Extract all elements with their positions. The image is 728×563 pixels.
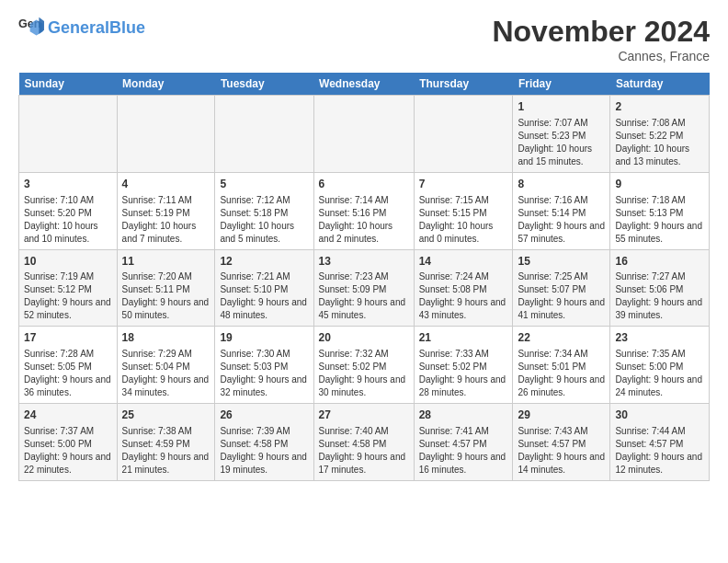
calendar-cell: 24Sunrise: 7:37 AM Sunset: 5:00 PM Dayli… xyxy=(19,404,118,481)
day-header-wednesday: Wednesday xyxy=(313,73,414,96)
calendar-cell: 25Sunrise: 7:38 AM Sunset: 4:59 PM Dayli… xyxy=(117,404,215,481)
day-info: Sunrise: 7:18 AM Sunset: 5:13 PM Dayligh… xyxy=(615,194,704,246)
calendar-cell: 20Sunrise: 7:32 AM Sunset: 5:02 PM Dayli… xyxy=(313,327,414,404)
day-info: Sunrise: 7:27 AM Sunset: 5:06 PM Dayligh… xyxy=(615,270,704,322)
calendar-cell: 26Sunrise: 7:39 AM Sunset: 4:58 PM Dayli… xyxy=(215,404,313,481)
calendar-week-4: 17Sunrise: 7:28 AM Sunset: 5:05 PM Dayli… xyxy=(19,327,710,404)
day-header-saturday: Saturday xyxy=(610,73,710,96)
day-number: 30 xyxy=(615,408,704,423)
day-info: Sunrise: 7:14 AM Sunset: 5:16 PM Dayligh… xyxy=(319,194,409,246)
day-info: Sunrise: 7:35 AM Sunset: 5:00 PM Dayligh… xyxy=(615,348,704,399)
day-info: Sunrise: 7:43 AM Sunset: 4:57 PM Dayligh… xyxy=(518,425,605,477)
calendar-cell xyxy=(313,96,414,173)
day-number: 20 xyxy=(319,330,409,346)
day-number: 16 xyxy=(615,254,704,270)
logo: Gen GeneralBlue xyxy=(18,15,145,40)
day-info: Sunrise: 7:07 AM Sunset: 5:23 PM Dayligh… xyxy=(518,117,605,168)
calendar-cell: 15Sunrise: 7:25 AM Sunset: 5:07 PM Dayli… xyxy=(513,249,610,327)
calendar-cell: 19Sunrise: 7:30 AM Sunset: 5:03 PM Dayli… xyxy=(215,327,313,404)
calendar-week-1: 1Sunrise: 7:07 AM Sunset: 5:23 PM Daylig… xyxy=(19,96,710,173)
day-info: Sunrise: 7:12 AM Sunset: 5:18 PM Dayligh… xyxy=(220,194,308,246)
calendar-header-row: SundayMondayTuesdayWednesdayThursdayFrid… xyxy=(19,73,710,96)
calendar-cell xyxy=(19,96,118,173)
calendar-cell: 30Sunrise: 7:44 AM Sunset: 4:57 PM Dayli… xyxy=(610,404,710,481)
logo-icon: Gen xyxy=(18,15,44,40)
day-number: 7 xyxy=(419,177,508,192)
day-number: 21 xyxy=(419,330,508,346)
day-info: Sunrise: 7:24 AM Sunset: 5:08 PM Dayligh… xyxy=(419,270,508,322)
calendar-cell xyxy=(117,96,215,173)
day-header-thursday: Thursday xyxy=(414,73,513,96)
calendar-week-3: 10Sunrise: 7:19 AM Sunset: 5:12 PM Dayli… xyxy=(19,249,710,327)
calendar-cell: 17Sunrise: 7:28 AM Sunset: 5:05 PM Dayli… xyxy=(19,327,118,404)
day-info: Sunrise: 7:33 AM Sunset: 5:02 PM Dayligh… xyxy=(419,348,508,399)
calendar-cell: 6Sunrise: 7:14 AM Sunset: 5:16 PM Daylig… xyxy=(313,172,414,249)
calendar-cell xyxy=(215,96,313,173)
day-number: 17 xyxy=(24,330,112,346)
calendar-cell: 3Sunrise: 7:10 AM Sunset: 5:20 PM Daylig… xyxy=(19,172,118,249)
day-number: 8 xyxy=(518,177,605,192)
day-number: 11 xyxy=(122,254,210,270)
calendar-cell: 4Sunrise: 7:11 AM Sunset: 5:19 PM Daylig… xyxy=(117,172,215,249)
day-info: Sunrise: 7:32 AM Sunset: 5:02 PM Dayligh… xyxy=(319,348,409,399)
calendar-cell: 11Sunrise: 7:20 AM Sunset: 5:11 PM Dayli… xyxy=(117,249,215,327)
day-number: 2 xyxy=(615,99,704,115)
day-number: 28 xyxy=(419,408,508,423)
title-block: November 2024 Cannes, France xyxy=(492,15,710,63)
day-number: 14 xyxy=(419,254,508,270)
day-number: 3 xyxy=(24,177,112,192)
logo-text: GeneralBlue xyxy=(48,19,145,36)
day-info: Sunrise: 7:30 AM Sunset: 5:03 PM Dayligh… xyxy=(220,348,308,399)
day-number: 15 xyxy=(518,254,605,270)
day-info: Sunrise: 7:38 AM Sunset: 4:59 PM Dayligh… xyxy=(122,425,210,477)
calendar-cell: 21Sunrise: 7:33 AM Sunset: 5:02 PM Dayli… xyxy=(414,327,513,404)
day-info: Sunrise: 7:20 AM Sunset: 5:11 PM Dayligh… xyxy=(122,270,210,322)
day-info: Sunrise: 7:34 AM Sunset: 5:01 PM Dayligh… xyxy=(518,348,605,399)
day-number: 5 xyxy=(220,177,308,192)
day-info: Sunrise: 7:23 AM Sunset: 5:09 PM Dayligh… xyxy=(319,270,409,322)
day-info: Sunrise: 7:28 AM Sunset: 5:05 PM Dayligh… xyxy=(24,348,112,399)
day-number: 18 xyxy=(122,330,210,346)
day-info: Sunrise: 7:41 AM Sunset: 4:57 PM Dayligh… xyxy=(419,425,508,477)
day-info: Sunrise: 7:08 AM Sunset: 5:22 PM Dayligh… xyxy=(615,117,704,168)
calendar-table: SundayMondayTuesdayWednesdayThursdayFrid… xyxy=(18,73,710,481)
month-title: November 2024 xyxy=(492,15,710,49)
calendar-cell: 23Sunrise: 7:35 AM Sunset: 5:00 PM Dayli… xyxy=(610,327,710,404)
day-number: 29 xyxy=(518,408,605,423)
day-number: 13 xyxy=(319,254,409,270)
calendar-cell: 9Sunrise: 7:18 AM Sunset: 5:13 PM Daylig… xyxy=(610,172,710,249)
day-header-sunday: Sunday xyxy=(19,73,118,96)
calendar-cell: 1Sunrise: 7:07 AM Sunset: 5:23 PM Daylig… xyxy=(513,96,610,173)
day-info: Sunrise: 7:29 AM Sunset: 5:04 PM Dayligh… xyxy=(122,348,210,399)
day-info: Sunrise: 7:21 AM Sunset: 5:10 PM Dayligh… xyxy=(220,270,308,322)
day-number: 25 xyxy=(122,408,210,423)
calendar-cell: 22Sunrise: 7:34 AM Sunset: 5:01 PM Dayli… xyxy=(513,327,610,404)
day-info: Sunrise: 7:40 AM Sunset: 4:58 PM Dayligh… xyxy=(319,425,409,477)
day-info: Sunrise: 7:19 AM Sunset: 5:12 PM Dayligh… xyxy=(24,270,112,322)
day-info: Sunrise: 7:25 AM Sunset: 5:07 PM Dayligh… xyxy=(518,270,605,322)
day-number: 23 xyxy=(615,330,704,346)
calendar-cell: 13Sunrise: 7:23 AM Sunset: 5:09 PM Dayli… xyxy=(313,249,414,327)
day-header-tuesday: Tuesday xyxy=(215,73,313,96)
day-number: 6 xyxy=(319,177,409,192)
calendar-cell: 10Sunrise: 7:19 AM Sunset: 5:12 PM Dayli… xyxy=(19,249,118,327)
day-header-friday: Friday xyxy=(513,73,610,96)
calendar-cell: 29Sunrise: 7:43 AM Sunset: 4:57 PM Dayli… xyxy=(513,404,610,481)
day-number: 10 xyxy=(24,254,112,270)
location: Cannes, France xyxy=(492,49,710,63)
day-number: 27 xyxy=(319,408,409,423)
day-info: Sunrise: 7:37 AM Sunset: 5:00 PM Dayligh… xyxy=(24,425,112,477)
calendar-page: Gen GeneralBlue November 2024 Cannes, Fr… xyxy=(0,0,728,490)
day-number: 26 xyxy=(220,408,308,423)
day-info: Sunrise: 7:11 AM Sunset: 5:19 PM Dayligh… xyxy=(122,194,210,246)
day-info: Sunrise: 7:39 AM Sunset: 4:58 PM Dayligh… xyxy=(220,425,308,477)
day-info: Sunrise: 7:15 AM Sunset: 5:15 PM Dayligh… xyxy=(419,194,508,246)
day-info: Sunrise: 7:16 AM Sunset: 5:14 PM Dayligh… xyxy=(518,194,605,246)
day-number: 12 xyxy=(220,254,308,270)
calendar-cell: 12Sunrise: 7:21 AM Sunset: 5:10 PM Dayli… xyxy=(215,249,313,327)
calendar-week-5: 24Sunrise: 7:37 AM Sunset: 5:00 PM Dayli… xyxy=(19,404,710,481)
calendar-cell: 7Sunrise: 7:15 AM Sunset: 5:15 PM Daylig… xyxy=(414,172,513,249)
day-number: 1 xyxy=(518,99,605,115)
calendar-cell: 2Sunrise: 7:08 AM Sunset: 5:22 PM Daylig… xyxy=(610,96,710,173)
calendar-cell: 28Sunrise: 7:41 AM Sunset: 4:57 PM Dayli… xyxy=(414,404,513,481)
